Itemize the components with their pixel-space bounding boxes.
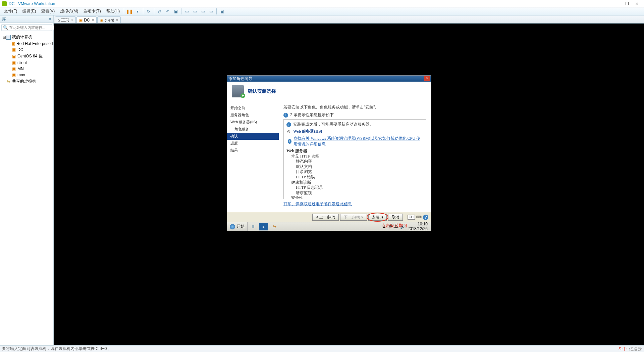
play-dropdown-icon[interactable]: ▾	[134, 8, 141, 15]
restart-warning: i 安装完成之后，可能需要重新启动该服务器。	[286, 122, 423, 127]
nav-iis[interactable]: Web 服务器(IIS)	[227, 119, 279, 126]
fullscreen-icon[interactable]: ▣	[218, 8, 226, 15]
search-input[interactable]	[9, 26, 55, 30]
vm-icon: ▣	[11, 73, 16, 77]
wsrm-link[interactable]: 查找有关 Windows 系统资源管理器(WSRM)以及它如何帮助优化 CPU …	[293, 136, 423, 147]
wizard-title: 添加角色向导	[228, 76, 253, 82]
view4-icon[interactable]: ▭	[207, 8, 215, 15]
powershell-icon[interactable]: ▸	[259, 223, 268, 230]
vm-display[interactable]: 添加角色向导 ✕ 确认安装选择 开始之前 服务器角色 Web 服务器(IIS) …	[54, 24, 644, 345]
tree-item-mnv[interactable]: ▣mnv	[0, 72, 53, 78]
ime-indicator[interactable]: CH	[408, 215, 415, 220]
nav-before-begin[interactable]: 开始之前	[227, 104, 279, 112]
vm-icon: ▣	[11, 54, 16, 59]
tree-item-mn[interactable]: ▣MN	[0, 66, 53, 72]
tab-dc[interactable]: ▣DC×	[76, 16, 96, 23]
install-button[interactable]: 安装(I)	[368, 214, 386, 221]
vm-icon: ▣	[11, 60, 16, 65]
next-button: 下一步(N) >	[340, 214, 367, 221]
confirmation-box: i 安装完成之后，可能需要重新启动该服务器。 ⊖ Web 服务器(IIS) i …	[283, 119, 426, 199]
nav-results[interactable]: 结果	[227, 147, 279, 154]
feature-item: HTTP 错误	[286, 175, 423, 180]
home-icon: ⌂	[57, 18, 60, 23]
tree-label: 我的计算机	[12, 34, 32, 40]
sidebar-close-icon[interactable]: ×	[49, 17, 51, 21]
wizard-titlebar: 添加角色向导 ✕	[227, 76, 431, 82]
nav-confirm[interactable]: 确认	[227, 133, 279, 140]
status-text: 要将输入定向到该虚拟机，请在虚拟机内部单击或按 Ctrl+G。	[2, 346, 111, 352]
minimize-button[interactable]: —	[612, 1, 622, 6]
tree-root-my-computer[interactable]: ⊟ 我的计算机	[0, 34, 53, 41]
maximize-button[interactable]: ❐	[622, 1, 632, 6]
info-icon: i	[288, 139, 291, 144]
start-button[interactable]: 开始	[227, 222, 248, 231]
menu-edit[interactable]: 编辑(E)	[20, 8, 39, 15]
menu-view[interactable]: 查看(V)	[39, 8, 57, 15]
feature-item: 安全性	[286, 195, 423, 199]
nav-progress[interactable]: 进度	[227, 140, 279, 147]
app-logo-icon	[2, 1, 7, 6]
feature-list: Web 服务器常见 HTTP 功能静态内容默认文档目录浏览HTTP 错误健康和诊…	[286, 148, 423, 199]
info-messages-count: i 2 条提示性消息显示如下	[283, 112, 426, 118]
cancel-button[interactable]: 取消	[388, 214, 403, 221]
toolbar-icon[interactable]: ⟳	[145, 8, 152, 15]
wizard-content: 若要安装以下角色、角色服务或功能，请单击"安装"。 i 2 条提示性消息显示如下…	[279, 101, 431, 212]
menu-file[interactable]: 文件(F)	[1, 8, 20, 15]
keyboard-icon[interactable]: ⌨	[416, 215, 422, 219]
nav-server-roles[interactable]: 服务器角色	[227, 112, 279, 119]
folder-icon: 🗁	[6, 79, 11, 84]
view3-icon[interactable]: ▭	[199, 8, 207, 15]
menu-tabs[interactable]: 选项卡(T)	[81, 8, 103, 15]
explorer-icon[interactable]: 🗁	[270, 223, 279, 230]
view1-icon[interactable]: ▭	[183, 8, 191, 15]
nav-role-services[interactable]: 角色服务	[227, 126, 279, 133]
install-instruction: 若要安装以下角色、角色服务或功能，请单击"安装"。	[283, 104, 426, 110]
tree-shared-vms[interactable]: 🗁 共享的虚拟机	[0, 78, 53, 85]
iis-section: ⊖ Web 服务器(IIS)	[286, 129, 423, 134]
menu-vm[interactable]: 虚拟机(M)	[57, 8, 81, 15]
menu-help[interactable]: 帮助(H)	[104, 8, 123, 15]
feature-item: Web 服务器	[286, 148, 423, 154]
clock[interactable]: 10:10 2018/12/26	[406, 222, 429, 231]
wizard-header: 确认安装选择	[227, 82, 431, 101]
vm-icon: ▣	[11, 41, 15, 46]
tab-home[interactable]: ⌂主页×	[55, 16, 76, 23]
collapse-icon[interactable]: ⊖	[286, 129, 291, 134]
feature-item: 静态内容	[286, 159, 423, 164]
statusbar: 要将输入定向到该虚拟机，请在虚拟机内部单击或按 Ctrl+G。 S 中 亿速云	[0, 345, 644, 352]
revert-icon[interactable]: ↶	[164, 8, 171, 15]
vm-icon: ▣	[100, 18, 103, 23]
tree-item-client[interactable]: ▣client	[0, 60, 53, 66]
manage-icon[interactable]: ▣	[172, 8, 179, 15]
pause-icon[interactable]: ❚❚	[126, 8, 133, 15]
tab-close-icon[interactable]: ×	[71, 18, 73, 23]
wizard-close-icon[interactable]: ✕	[424, 76, 430, 81]
vm-tree: ⊟ 我的计算机 ▣Red Hat Enterprise L ▣DC ▣CentO…	[0, 32, 53, 345]
close-button[interactable]: ✕	[632, 1, 642, 6]
snapshot-icon[interactable]: ◷	[156, 8, 163, 15]
tree-item-centos[interactable]: ▣CentOS 64 位	[0, 53, 53, 60]
tab-client[interactable]: ▣client×	[97, 16, 121, 23]
tree-item-dc[interactable]: ▣DC	[0, 47, 53, 53]
window-title: DC - VMware Workstation	[9, 1, 612, 6]
prev-button[interactable]: < 上一步(P)	[312, 214, 339, 221]
tab-close-icon[interactable]: ×	[92, 18, 94, 23]
tree-item-redhat[interactable]: ▣Red Hat Enterprise L	[0, 41, 53, 47]
feature-item: 目录浏览	[286, 169, 423, 175]
feature-item: 默认文档	[286, 164, 423, 170]
feature-item: 健康和诊断	[286, 180, 423, 185]
help-icon[interactable]: ?	[423, 215, 428, 220]
tab-close-icon[interactable]: ×	[116, 18, 118, 23]
add-roles-wizard: 添加角色向导 ✕ 确认安装选择 开始之前 服务器角色 Web 服务器(IIS) …	[227, 75, 431, 231]
feature-item: HTTP 日志记录	[286, 185, 423, 190]
server-manager-icon[interactable]: 🖥	[248, 223, 258, 230]
print-save-email-link[interactable]: 打印、保存或通过电子邮件发送此信息	[283, 201, 352, 207]
watermark-1: S 中	[619, 346, 627, 352]
view2-icon[interactable]: ▭	[191, 8, 199, 15]
wsrm-link-row: i 查找有关 Windows 系统资源管理器(WSRM)以及它如何帮助优化 CP…	[286, 136, 423, 147]
titlebar: DC - VMware Workstation — ❐ ✕	[0, 0, 644, 7]
computer-icon	[6, 35, 11, 40]
info-icon: i	[286, 122, 291, 127]
sidebar: 库 × 🔍 ▾ ⊟ 我的计算机 ▣Red Hat Enterprise L ▣D…	[0, 15, 54, 345]
sidebar-header: 库 ×	[0, 15, 53, 23]
